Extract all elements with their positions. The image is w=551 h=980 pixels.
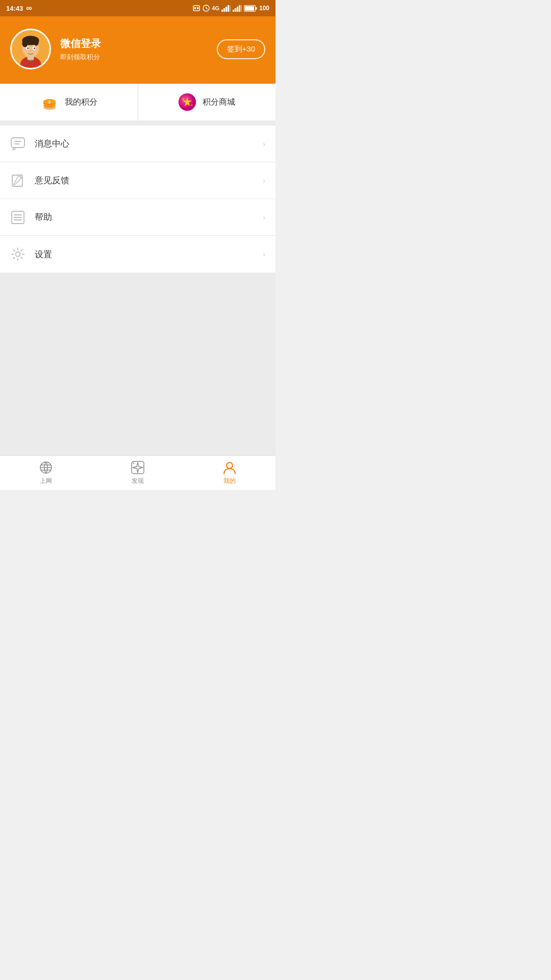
svg-point-40 <box>182 98 185 101</box>
menu-item-help[interactable]: 帮助 › <box>0 199 276 236</box>
battery-level: 100 <box>259 5 269 12</box>
mine-label: 我的 <box>223 477 236 485</box>
svg-point-28 <box>27 47 29 49</box>
svg-text:$: $ <box>48 100 51 104</box>
nav-mine[interactable]: 我的 <box>184 460 276 485</box>
nav-discover[interactable]: 发现 <box>92 460 184 485</box>
edit-icon <box>10 173 26 188</box>
internet-label: 上网 <box>40 477 52 485</box>
network-badge: 4G <box>212 5 219 11</box>
points-mall-item[interactable]: 积分商城 <box>138 84 276 120</box>
svg-rect-2 <box>197 7 198 9</box>
svg-rect-14 <box>239 5 240 12</box>
status-right: 4G 100 <box>192 5 269 12</box>
svg-rect-9 <box>228 5 229 12</box>
points-row: $ 我的积分 <box>0 84 276 120</box>
feedback-label: 意见反馈 <box>35 175 69 186</box>
chevron-settings: › <box>263 250 265 258</box>
signal2-icon <box>233 5 242 12</box>
menu-item-left-help: 帮助 <box>10 210 52 225</box>
signal-icon <box>221 5 231 12</box>
profile-info: 微信登录 即刻领取积分 <box>60 37 101 62</box>
help-label: 帮助 <box>35 211 52 223</box>
chat-icon <box>10 136 26 152</box>
discover-icon <box>131 460 145 475</box>
messages-label: 消息中心 <box>35 138 69 150</box>
main-content: 微信登录 即刻领取积分 签到+30 $ 我的积分 <box>0 16 276 455</box>
menu-item-left-messages: 消息中心 <box>10 136 69 152</box>
svg-rect-13 <box>237 7 238 12</box>
profile-header: 微信登录 即刻领取积分 签到+30 <box>0 16 276 84</box>
sim-icon <box>192 5 201 12</box>
coins-icon: $ <box>40 93 59 111</box>
points-mall-label: 积分商城 <box>203 97 235 108</box>
status-bar: 14:43 ∞ 4G <box>0 0 276 16</box>
svg-rect-11 <box>233 10 234 12</box>
nav-internet[interactable]: 上网 <box>0 460 92 485</box>
svg-line-51 <box>133 462 134 464</box>
svg-point-29 <box>34 47 35 49</box>
menu-item-left-settings: 设置 <box>10 247 52 262</box>
svg-point-25 <box>34 39 38 46</box>
svg-point-41 <box>191 104 193 106</box>
mine-icon <box>222 460 237 475</box>
svg-rect-15 <box>241 5 242 12</box>
chevron-help: › <box>263 213 265 222</box>
svg-rect-0 <box>193 6 199 11</box>
menu-list: 消息中心 › 意见反馈 › <box>0 126 276 273</box>
bottom-nav: 上网 发现 我的 <box>0 455 276 490</box>
profile-subtitle: 即刻领取积分 <box>60 53 101 62</box>
mall-icon <box>178 93 196 111</box>
battery-icon <box>244 5 257 12</box>
chevron-feedback: › <box>263 177 265 185</box>
chevron-messages: › <box>263 140 265 148</box>
menu-item-messages[interactable]: 消息中心 › <box>0 126 276 162</box>
time-display: 14:43 <box>6 5 23 12</box>
checkin-button[interactable]: 签到+30 <box>217 39 265 59</box>
status-left: 14:43 ∞ <box>6 4 32 13</box>
svg-rect-17 <box>255 7 257 10</box>
avatar[interactable] <box>10 29 51 69</box>
svg-rect-18 <box>245 6 254 11</box>
content-spacer <box>0 273 276 455</box>
svg-point-50 <box>16 252 20 257</box>
svg-line-5 <box>206 8 208 9</box>
menu-item-feedback[interactable]: 意见反馈 › <box>0 162 276 199</box>
svg-rect-1 <box>194 7 196 9</box>
svg-point-24 <box>22 40 28 47</box>
infinity-icon: ∞ <box>26 4 32 13</box>
clock-icon <box>203 5 210 12</box>
section-divider-1 <box>0 120 276 126</box>
menu-item-settings[interactable]: 设置 › <box>0 236 276 273</box>
internet-icon <box>39 460 53 475</box>
menu-item-left-feedback: 意见反馈 <box>10 173 69 188</box>
svg-point-54 <box>227 462 233 469</box>
svg-rect-10 <box>230 5 231 12</box>
svg-rect-42 <box>11 138 24 148</box>
discover-label: 发现 <box>132 477 144 485</box>
svg-rect-8 <box>226 7 227 12</box>
my-points-label: 我的积分 <box>65 97 97 108</box>
list-icon <box>10 210 26 225</box>
profile-left: 微信登录 即刻领取积分 <box>10 29 101 69</box>
svg-rect-6 <box>221 10 223 12</box>
settings-label: 设置 <box>35 249 52 260</box>
my-points-item[interactable]: $ 我的积分 <box>0 84 138 120</box>
svg-point-30 <box>30 50 32 52</box>
svg-rect-7 <box>223 8 225 12</box>
svg-rect-12 <box>235 8 236 12</box>
login-text[interactable]: 微信登录 <box>60 37 101 51</box>
gear-icon <box>10 247 26 262</box>
